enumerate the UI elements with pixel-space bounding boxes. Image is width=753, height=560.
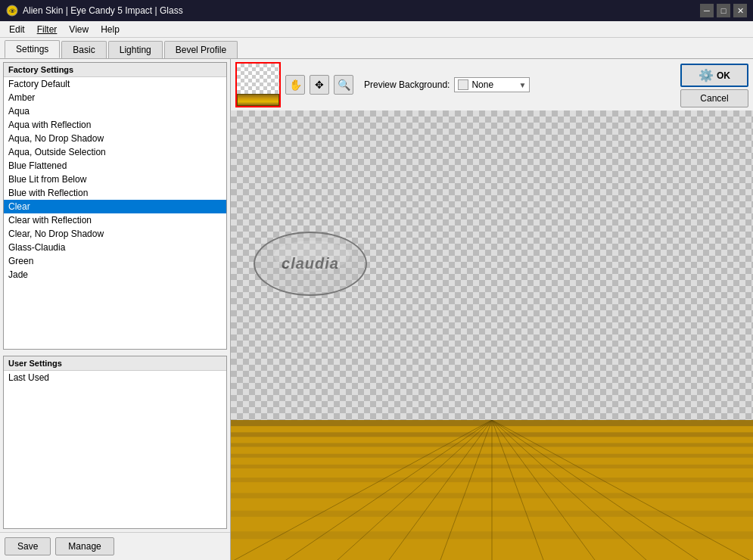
- svg-text:👁: 👁: [9, 8, 16, 15]
- preview-thumbnail: [235, 62, 281, 107]
- left-panel: Factory Settings Factory Default Amber A…: [0, 59, 231, 560]
- move-tool-button[interactable]: ✥: [310, 75, 329, 95]
- minimize-button[interactable]: ─: [700, 4, 714, 17]
- bottom-buttons: Save Manage: [0, 532, 230, 560]
- thumbnail-glass-strip: [237, 94, 279, 106]
- ok-button[interactable]: ⚙️ OK: [680, 64, 748, 87]
- glass-highlight-svg: [255, 233, 366, 294]
- settings-list-container: Factory Settings Factory Default Amber A…: [3, 62, 227, 350]
- list-item[interactable]: Factory Default: [4, 77, 226, 91]
- title-bar: 👁 Alien Skin | Eye Candy 5 Impact | Glas…: [0, 0, 753, 21]
- preview-bg-color-swatch: [458, 79, 468, 90]
- dropdown-arrow-icon: ▼: [518, 81, 526, 89]
- factory-settings-header: Factory Settings: [4, 63, 226, 77]
- floor-reflection: [231, 420, 753, 560]
- list-item[interactable]: Clear, No Drop Shadow: [4, 227, 226, 241]
- ok-cancel-area: ⚙️ OK Cancel: [680, 64, 748, 107]
- list-item[interactable]: Aqua with Reflection: [4, 118, 226, 132]
- floor-grid-svg: [231, 420, 753, 560]
- preview-background-select[interactable]: None ▼: [454, 77, 530, 92]
- list-item[interactable]: Aqua, Outside Selection: [4, 145, 226, 159]
- tab-bar: Settings Basic Lighting Bevel Profile: [0, 38, 753, 59]
- preview-controls-row: ✋ ✥ 🔍 Preview Background: None ▼: [231, 59, 753, 110]
- menu-view[interactable]: View: [63, 23, 95, 36]
- hand-tool-button[interactable]: ✋: [285, 75, 305, 95]
- list-item[interactable]: Aqua, No Drop Shadow: [4, 132, 226, 145]
- list-item[interactable]: Jade: [4, 268, 226, 282]
- canvas-area[interactable]: claudia: [231, 110, 753, 560]
- list-item[interactable]: Amber: [4, 91, 226, 104]
- list-item[interactable]: Blue with Reflection: [4, 186, 226, 200]
- right-panel: ⚙️ OK Cancel ✋ ✥ 🔍 Preview Background:: [231, 59, 753, 560]
- move-icon: ✥: [315, 79, 324, 91]
- maximize-button[interactable]: □: [717, 4, 730, 17]
- app-icon: 👁: [6, 5, 18, 17]
- tab-basic[interactable]: Basic: [61, 41, 106, 58]
- list-item[interactable]: Green: [4, 254, 226, 268]
- user-settings-header: User Settings: [4, 356, 226, 371]
- user-settings-container: User Settings Last Used: [3, 356, 227, 529]
- save-button[interactable]: Save: [5, 537, 51, 555]
- menu-bar: Edit Filter View Help: [0, 21, 753, 38]
- close-button[interactable]: ✕: [733, 4, 747, 17]
- preview-background-label: Preview Background:: [364, 79, 450, 90]
- tab-lighting[interactable]: Lighting: [108, 41, 163, 58]
- menu-edit[interactable]: Edit: [3, 23, 31, 36]
- user-last-used[interactable]: Last Used: [4, 371, 226, 384]
- list-item[interactable]: Blue Lit from Below: [4, 173, 226, 186]
- settings-list-scroll[interactable]: Factory Default Amber Aqua Aqua with Ref…: [4, 77, 226, 349]
- tab-settings[interactable]: Settings: [5, 40, 60, 58]
- window-title: Alien Skin | Eye Candy 5 Impact | Glass: [23, 5, 183, 16]
- list-item[interactable]: Blue Flattened: [4, 159, 226, 173]
- manage-button[interactable]: Manage: [55, 537, 114, 555]
- list-item-clear-selected[interactable]: Clear: [4, 200, 226, 213]
- list-item[interactable]: Glass-Claudia: [4, 241, 226, 254]
- menu-help[interactable]: Help: [95, 23, 126, 36]
- list-item[interactable]: Aqua: [4, 104, 226, 118]
- preview-glass-oval: claudia: [254, 232, 367, 296]
- svg-point-2: [274, 241, 350, 271]
- hand-icon: ✋: [289, 79, 302, 91]
- ok-icon: ⚙️: [699, 68, 714, 82]
- zoom-icon: 🔍: [338, 79, 350, 91]
- menu-filter[interactable]: Filter: [31, 23, 64, 36]
- tab-bevel-profile[interactable]: Bevel Profile: [164, 41, 238, 58]
- preview-bg-value: None: [471, 79, 518, 90]
- zoom-tool-button[interactable]: 🔍: [334, 75, 353, 95]
- cancel-button[interactable]: Cancel: [680, 89, 748, 107]
- list-item[interactable]: Clear with Reflection: [4, 213, 226, 227]
